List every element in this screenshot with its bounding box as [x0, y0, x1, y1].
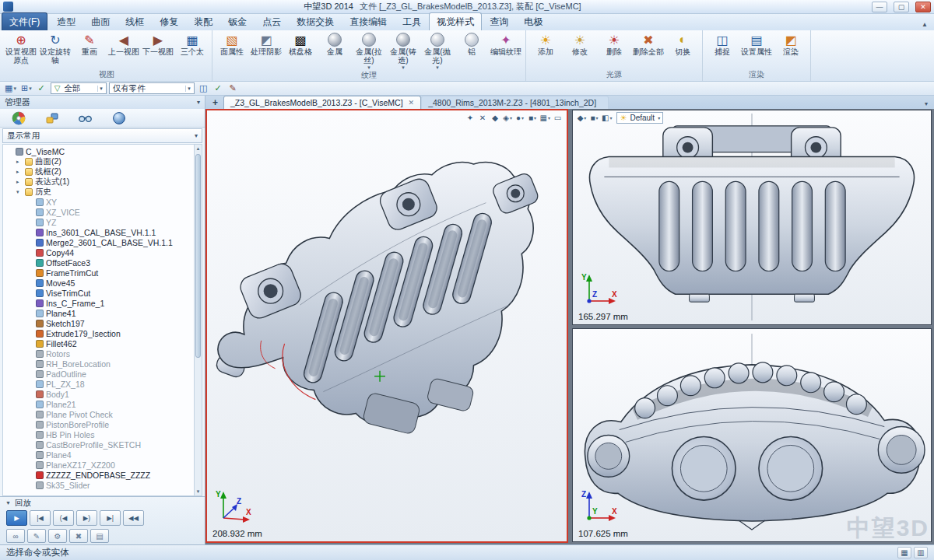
- tree-item[interactable]: ▸ 表达式(1): [3, 177, 202, 187]
- playback-button[interactable]: ▶): [76, 510, 97, 526]
- tree-item[interactable]: Sketch197: [3, 318, 202, 328]
- tree-item[interactable]: OffsetFace3: [3, 257, 202, 268]
- ribbon-button[interactable]: ◩ 渲染 ▾: [774, 31, 808, 56]
- manager-panel-header[interactable]: 管理器 ▾: [0, 96, 205, 109]
- ribbon-button[interactable]: ☀ 修改 ▾: [563, 31, 597, 56]
- ribbon-tab[interactable]: 数据交换: [289, 12, 342, 30]
- ribbon-button[interactable]: ● 金属(铸造) ▾: [386, 31, 420, 70]
- ribbon-button[interactable]: ▤ 设置属性 ▾: [739, 31, 774, 56]
- tree-item[interactable]: Ins_3601_CAL_BASE_VH.1.1: [3, 227, 202, 237]
- ribbon-tab[interactable]: 文件(F): [2, 12, 47, 30]
- viewport-tool-button[interactable]: ◆ ▾: [576, 112, 588, 124]
- ribbon-tab[interactable]: 修复: [152, 12, 186, 30]
- ribbon-button[interactable]: ▦ 三个太 ▾: [175, 31, 209, 56]
- ribbon-button[interactable]: ▧ 面属性 ▾: [215, 31, 249, 56]
- ribbon-button[interactable]: ▶ 下一视图 ▾: [141, 31, 175, 56]
- ribbon-button[interactable]: ✖ 删除全部 ▾: [631, 31, 665, 56]
- tree-item[interactable]: Plane Pivot Check: [3, 409, 202, 419]
- close-button[interactable]: ✕: [915, 2, 931, 12]
- viewport-tool-button[interactable]: ▭ ▾: [552, 112, 564, 124]
- viewport-tool-button[interactable]: ■ ▾: [527, 112, 539, 124]
- tree-item[interactable]: Merge2_3601_CAL_BASE_VH.1.1: [3, 237, 202, 247]
- playback-button[interactable]: |◀: [30, 510, 51, 526]
- playback-tool-button[interactable]: ▤: [90, 529, 109, 543]
- tree-item[interactable]: Plane4: [3, 450, 202, 460]
- filter-all-combobox[interactable]: ▽ 全部 ▾: [51, 82, 107, 94]
- playback-tool-button[interactable]: ✎: [27, 529, 46, 543]
- tree-item[interactable]: ▾ 历史: [3, 187, 202, 197]
- ribbon-tab[interactable]: 查询: [482, 12, 516, 30]
- tree-item[interactable]: ZZZZZ_ENDOFBASE_ZZZZ: [3, 470, 202, 480]
- tab-list-icon[interactable]: ▾: [918, 100, 934, 109]
- ribbon-button[interactable]: ● 金属(拉丝) ▾: [352, 31, 386, 70]
- ribbon-button[interactable]: ☀ 添加 ▾: [528, 31, 563, 56]
- ribbon-button[interactable]: ● 金属(抛光) ▾: [420, 31, 455, 70]
- tree-item[interactable]: Plane41: [3, 308, 202, 318]
- ribbon-tab[interactable]: 钣金: [220, 12, 255, 30]
- ribbon-tab[interactable]: 线框: [118, 12, 152, 30]
- tree-item[interactable]: PistonBoreProfile: [3, 419, 202, 429]
- viewport-tool-button[interactable]: ◆ ▾: [490, 112, 501, 124]
- tree-item[interactable]: Ins_C_Frame_1: [3, 298, 202, 308]
- ribbon-button[interactable]: ⊕ 设置视图原点 ▾: [4, 31, 38, 65]
- ribbon-tab[interactable]: 电极: [516, 12, 550, 30]
- scrollbar-thumb[interactable]: [195, 154, 201, 358]
- document-tab[interactable]: _4800_Rims_2013M-2.Z3 - [4801_13inch_2D]: [421, 96, 609, 109]
- toolbar-button[interactable]: ◫ ▾: [197, 82, 210, 94]
- playback-header[interactable]: ▼ 回放: [0, 497, 205, 509]
- tree-item[interactable]: Plane21: [3, 399, 202, 409]
- viewport-tool-button[interactable]: ▦ ▾: [539, 112, 551, 124]
- new-document-tab-button[interactable]: +: [207, 97, 223, 109]
- status-icon[interactable]: ▦: [897, 547, 911, 558]
- ribbon-button[interactable]: ✦ 编辑纹理 ▾: [489, 31, 523, 56]
- tree-scrollbar[interactable]: ▲ ▼: [194, 145, 202, 495]
- toolbar-button[interactable]: ✓ ▾: [212, 82, 225, 94]
- playback-tool-button[interactable]: ✖: [69, 529, 88, 543]
- ribbon-button[interactable]: ◫ 捕捉 ▾: [705, 31, 739, 56]
- ribbon-tab[interactable]: 工具: [395, 12, 429, 30]
- viewport-tool-button[interactable]: ◈ ▾: [502, 112, 514, 124]
- close-tab-icon[interactable]: ✕: [409, 99, 415, 107]
- ribbon-tab[interactable]: 点云: [255, 12, 289, 30]
- tree-item[interactable]: FrameTrimCut: [3, 268, 202, 278]
- playback-button[interactable]: ▶: [6, 510, 27, 526]
- minimize-button[interactable]: —: [872, 2, 887, 12]
- tree-item[interactable]: XZ_VICE: [3, 207, 202, 217]
- scroll-up-icon[interactable]: ▲: [195, 145, 202, 152]
- playback-button[interactable]: ▶|: [100, 510, 121, 526]
- playback-tool-button[interactable]: ⚙: [48, 529, 67, 543]
- expand-icon[interactable]: ▸: [16, 179, 23, 185]
- playback-tool-button[interactable]: ∞: [6, 529, 25, 543]
- collapse-ribbon-icon[interactable]: ▲: [917, 21, 932, 30]
- tree-item[interactable]: ▸ 线框(2): [3, 166, 202, 177]
- playback-button[interactable]: (◀: [53, 510, 74, 526]
- status-icon[interactable]: ▥: [914, 547, 928, 558]
- tree-item[interactable]: Move45: [3, 278, 202, 288]
- ribbon-button[interactable]: ◐ 切换 ▾: [665, 31, 700, 56]
- filter-parts-combobox[interactable]: 仅有零件 ▾: [109, 82, 195, 94]
- display-filter-combobox[interactable]: 显示常用 ▾: [2, 128, 202, 143]
- ribbon-button[interactable]: ● 金属 ▾: [318, 31, 352, 56]
- tree-item[interactable]: Fillet462: [3, 338, 202, 348]
- ribbon-button[interactable]: ▩ 棋盘格 ▾: [283, 31, 318, 56]
- tree-item[interactable]: HB Pin Holes: [3, 429, 202, 439]
- ribbon-button[interactable]: ● 铝 ▾: [455, 31, 489, 56]
- viewport-front[interactable]: ◆ ▾ ■ ▾ ◧ ▾: [572, 110, 932, 325]
- expand-icon[interactable]: ▾: [16, 189, 23, 195]
- tree-item[interactable]: XY: [3, 197, 202, 207]
- tree-item[interactable]: PlaneXZ17_XZ200: [3, 460, 202, 470]
- ribbon-tab[interactable]: 直接编辑: [342, 12, 395, 30]
- viewport-tool-button[interactable]: ◧ ▾: [601, 112, 613, 124]
- ribbon-tab[interactable]: 装配: [186, 12, 220, 30]
- assembly-manager-icon[interactable]: [44, 110, 59, 125]
- viewport-tool-button[interactable]: ✕ ▾: [477, 112, 489, 124]
- tree-item[interactable]: Sk35_Slider: [3, 480, 202, 490]
- toolbar-button[interactable]: ✓ ▾: [35, 82, 48, 94]
- scroll-down-icon[interactable]: ▼: [195, 488, 202, 495]
- tree-item[interactable]: CastBoreProfile_SKETCH: [3, 439, 202, 450]
- expand-icon[interactable]: ▸: [16, 159, 23, 165]
- toolbar-button[interactable]: ▦ ▾: [3, 82, 18, 94]
- ribbon-tab[interactable]: 曲面: [83, 12, 118, 30]
- visibility-glasses-icon[interactable]: [78, 110, 93, 125]
- tree-item[interactable]: PL_ZX_18: [3, 379, 202, 389]
